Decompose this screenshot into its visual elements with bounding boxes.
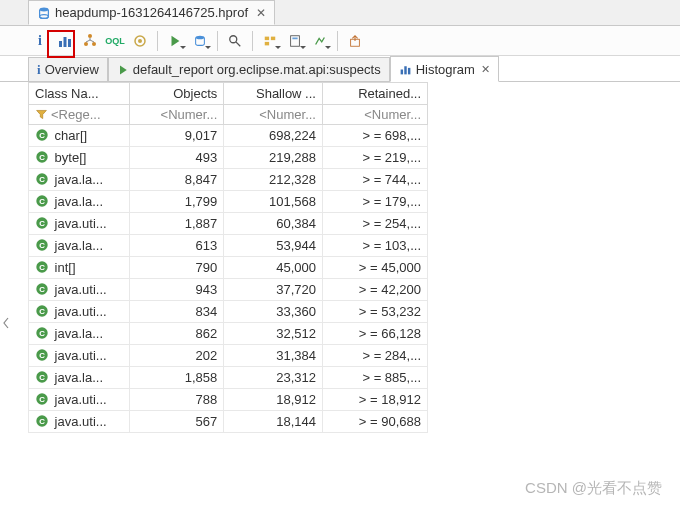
- table-row[interactable]: C java.la...1,85823,312> = 885,...: [29, 367, 428, 389]
- tab-label: Histogram: [416, 62, 475, 77]
- cell-class: C int[]: [29, 257, 130, 279]
- cell-shallow: 33,360: [224, 301, 323, 323]
- svg-point-6: [84, 42, 88, 46]
- table-row[interactable]: C char[]9,017698,224> = 698,...: [29, 125, 428, 147]
- svg-text:C: C: [39, 351, 45, 360]
- svg-point-1: [40, 14, 49, 18]
- cell-class: C byte[]: [29, 147, 130, 169]
- table-row[interactable]: C java.uti...20231,384> = 284,...: [29, 345, 428, 367]
- histogram-button[interactable]: [53, 29, 77, 53]
- class-icon: C: [35, 128, 49, 142]
- filter-icon: [35, 108, 49, 122]
- table-row[interactable]: C java.uti...56718,144> = 90,688: [29, 411, 428, 433]
- table-row[interactable]: C int[]79045,000> = 45,000: [29, 257, 428, 279]
- tab-histogram[interactable]: Histogram ✕: [390, 56, 499, 82]
- cell-objects: 202: [129, 345, 223, 367]
- class-icon: C: [35, 414, 49, 428]
- toolbar-separator: [157, 31, 158, 51]
- cell-shallow: 32,512: [224, 323, 323, 345]
- group-button[interactable]: [258, 29, 282, 53]
- gutter-handle[interactable]: [2, 316, 10, 330]
- info-button[interactable]: i: [28, 29, 52, 53]
- filter-retained[interactable]: <Numer...: [322, 105, 427, 125]
- cell-objects: 790: [129, 257, 223, 279]
- cell-retained: > = 744,...: [322, 169, 427, 191]
- table-row[interactable]: C java.la...61353,944> = 103,...: [29, 235, 428, 257]
- table-row[interactable]: C java.la...1,799101,568> = 179,...: [29, 191, 428, 213]
- table-row[interactable]: C java.la...8,847212,328> = 744,...: [29, 169, 428, 191]
- tab-label: default_report org.eclipse.mat.api:suspe…: [133, 62, 381, 77]
- svg-text:C: C: [39, 219, 45, 228]
- compare-button[interactable]: [308, 29, 332, 53]
- cell-retained: > = 885,...: [322, 367, 427, 389]
- calculate-button[interactable]: [283, 29, 307, 53]
- close-icon[interactable]: ✕: [256, 6, 266, 20]
- cell-class: C java.la...: [29, 323, 130, 345]
- table-row[interactable]: C java.uti...83433,360> = 53,232: [29, 301, 428, 323]
- query-db-button[interactable]: [188, 29, 212, 53]
- filter-row: <Rege... <Numer... <Numer... <Numer...: [29, 105, 428, 125]
- editor-tab[interactable]: heapdump-1631264146725.hprof ✕: [28, 0, 275, 25]
- table-row[interactable]: C java.uti...94337,720> = 42,200: [29, 279, 428, 301]
- cell-objects: 8,847: [129, 169, 223, 191]
- cell-objects: 788: [129, 389, 223, 411]
- close-icon[interactable]: ✕: [481, 63, 490, 76]
- cell-objects: 9,017: [129, 125, 223, 147]
- cell-retained: > = 103,...: [322, 235, 427, 257]
- class-icon: C: [35, 326, 49, 340]
- table-row[interactable]: C java.uti...1,88760,384> = 254,...: [29, 213, 428, 235]
- thread-button[interactable]: [128, 29, 152, 53]
- svg-text:C: C: [39, 285, 45, 294]
- cell-class: C java.la...: [29, 169, 130, 191]
- editor-tabbar: heapdump-1631264146725.hprof ✕: [0, 0, 680, 26]
- cell-retained: > = 42,200: [322, 279, 427, 301]
- svg-rect-19: [404, 66, 406, 74]
- class-icon: C: [35, 370, 49, 384]
- svg-rect-13: [271, 36, 275, 40]
- cell-shallow: 60,384: [224, 213, 323, 235]
- svg-point-11: [230, 35, 237, 42]
- col-class[interactable]: Class Na...: [29, 83, 130, 105]
- cell-objects: 1,858: [129, 367, 223, 389]
- toolbar-separator: [217, 31, 218, 51]
- cell-class: C java.la...: [29, 235, 130, 257]
- svg-text:C: C: [39, 131, 45, 140]
- table-header-row: Class Na... Objects Shallow ... Retained…: [29, 83, 428, 105]
- toolbar-separator: [252, 31, 253, 51]
- run-report-button[interactable]: [163, 29, 187, 53]
- svg-rect-18: [400, 69, 402, 74]
- svg-text:C: C: [39, 175, 45, 184]
- class-icon: C: [35, 348, 49, 362]
- tab-overview[interactable]: i Overview: [28, 57, 108, 81]
- cell-class: C java.uti...: [29, 301, 130, 323]
- col-retained[interactable]: Retained...: [322, 83, 427, 105]
- filter-class[interactable]: <Rege...: [29, 105, 130, 125]
- cell-class: C java.uti...: [29, 389, 130, 411]
- cell-retained: > = 284,...: [322, 345, 427, 367]
- export-button[interactable]: [343, 29, 367, 53]
- result-tabbar: i Overview default_report org.eclipse.ma…: [0, 56, 680, 82]
- table-row[interactable]: C java.uti...78818,912> = 18,912: [29, 389, 428, 411]
- oql-button[interactable]: OQL: [103, 29, 127, 53]
- svg-rect-12: [265, 36, 269, 40]
- table-row[interactable]: C byte[]493219,288> = 219,...: [29, 147, 428, 169]
- svg-point-5: [88, 34, 92, 38]
- cell-retained: > = 18,912: [322, 389, 427, 411]
- svg-point-7: [92, 42, 96, 46]
- class-icon: C: [35, 282, 49, 296]
- filter-shallow[interactable]: <Numer...: [224, 105, 323, 125]
- col-objects[interactable]: Objects: [129, 83, 223, 105]
- filter-objects[interactable]: <Numer...: [129, 105, 223, 125]
- svg-text:C: C: [39, 307, 45, 316]
- svg-text:C: C: [39, 153, 45, 162]
- table-row[interactable]: C java.la...86232,512> = 66,128: [29, 323, 428, 345]
- svg-rect-16: [292, 37, 297, 39]
- svg-text:C: C: [39, 417, 45, 426]
- class-icon: C: [35, 392, 49, 406]
- svg-point-0: [40, 7, 49, 11]
- col-shallow[interactable]: Shallow ...: [224, 83, 323, 105]
- tab-default-report[interactable]: default_report org.eclipse.mat.api:suspe…: [108, 57, 390, 81]
- search-button[interactable]: [223, 29, 247, 53]
- dominator-tree-button[interactable]: [78, 29, 102, 53]
- cell-objects: 567: [129, 411, 223, 433]
